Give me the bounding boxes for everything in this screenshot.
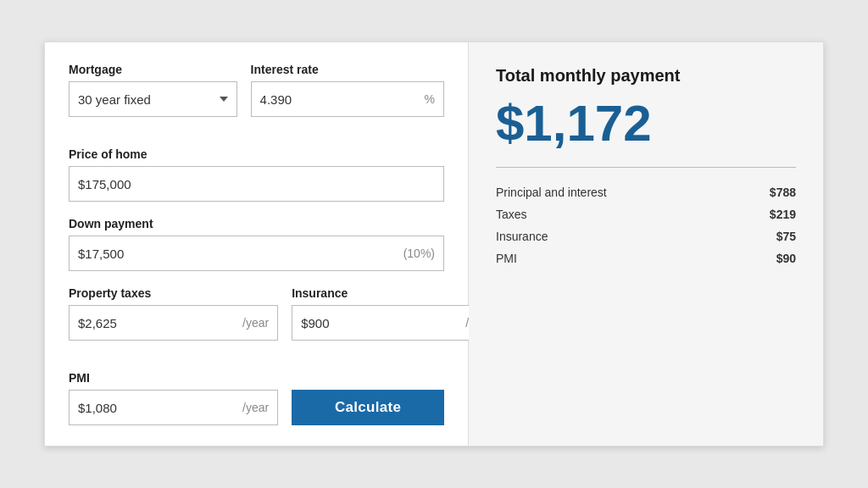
left-panel: Mortgage 30 year fixed15 year fixed5/1 A… [45,42,469,446]
breakdown-table: Principal and interest$788Taxes$219Insur… [496,181,796,269]
price-of-home-input-wrapper [69,166,444,202]
property-taxes-label: Property taxes [69,286,278,300]
mortgage-label: Mortgage [69,63,237,76]
interest-rate-input-wrapper: % [251,81,444,117]
breakdown-label: Insurance [496,225,738,247]
breakdown-value: $75 [738,225,796,247]
divider [496,167,796,168]
price-of-home-label: Price of home [69,147,444,161]
pmi-calculate-row: PMI /year Calculate [69,371,444,425]
price-of-home-field-group: Price of home [69,147,444,202]
property-taxes-unit: /year [242,316,269,330]
insurance-input[interactable] [301,316,462,330]
calculator-container: Mortgage 30 year fixed15 year fixed5/1 A… [44,42,824,446]
down-payment-pct: (10%) [403,247,435,260]
interest-rate-label: Interest rate [251,63,444,76]
mortgage-select-wrapper[interactable]: 30 year fixed15 year fixed5/1 ARM [69,81,237,117]
breakdown-label: Taxes [496,203,738,225]
breakdown-value: $219 [738,203,796,225]
table-row: PMI$90 [496,247,796,269]
breakdown-value: $788 [738,181,796,203]
interest-rate-field-group: Interest rate % [251,63,444,117]
pmi-input[interactable] [78,401,239,415]
breakdown-label: PMI [496,247,738,269]
price-of-home-input[interactable] [78,177,435,191]
taxes-insurance-row: Property taxes /year Insurance /year [69,286,444,356]
chevron-down-icon [220,97,228,102]
down-payment-label: Down payment [69,217,444,230]
total-title: Total monthly payment [496,66,796,86]
pmi-input-wrapper: /year [69,390,278,425]
table-row: Taxes$219 [496,203,796,225]
down-payment-input-wrapper: (10%) [69,236,444,271]
table-row: Principal and interest$788 [496,181,796,203]
mortgage-select[interactable]: 30 year fixed15 year fixed5/1 ARM [78,92,214,107]
down-payment-input[interactable] [78,247,397,261]
calculate-button[interactable]: Calculate [292,390,444,425]
interest-rate-input[interactable] [260,92,421,107]
mortgage-interest-row: Mortgage 30 year fixed15 year fixed5/1 A… [69,63,444,132]
property-taxes-input[interactable] [78,316,239,330]
total-amount: $1,172 [496,96,796,152]
pmi-field-group: PMI /year [69,371,278,425]
down-payment-field-group: Down payment (10%) [69,217,444,271]
table-row: Insurance$75 [496,225,796,247]
mortgage-field-group: Mortgage 30 year fixed15 year fixed5/1 A… [69,63,237,117]
calculate-col: Calculate [292,390,444,425]
pmi-label: PMI [69,371,278,385]
pmi-unit: /year [242,401,269,414]
breakdown-label: Principal and interest [496,181,738,203]
breakdown-value: $90 [738,247,796,269]
interest-rate-unit: % [425,92,435,106]
property-taxes-field-group: Property taxes /year [69,286,278,341]
property-taxes-input-wrapper: /year [69,305,278,341]
right-panel: Total monthly payment $1,172 Principal a… [469,42,823,446]
